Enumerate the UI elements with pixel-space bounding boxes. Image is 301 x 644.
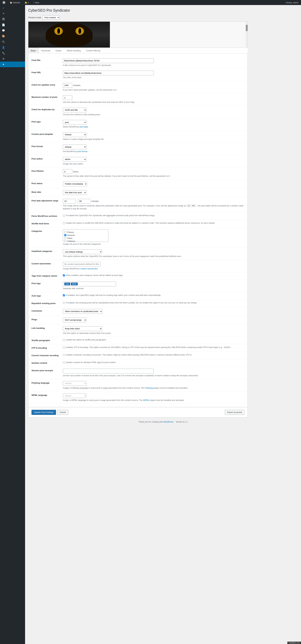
shuffle-paragraphs-checkbox-label: enable this option to shuffle post parag… <box>63 338 244 341</box>
sidebar-item-users[interactable]: 👤 <box>0 44 25 50</box>
cyberseo-icon: ● <box>2 63 5 66</box>
base-date-select[interactable]: Get date from post <box>63 190 86 195</box>
tab-expert[interactable]: Expert <box>53 48 64 53</box>
undefined-categories-select[interactable]: Use default settings <box>63 250 102 254</box>
utf8-encoding-checkbox[interactable] <box>63 346 65 348</box>
tab-content-filtering[interactable]: Content filtering <box>83 48 103 53</box>
tags-from-categories-checkbox[interactable] <box>63 274 65 276</box>
scrollbar-track[interactable] <box>246 22 248 48</box>
check-duplicates-select[interactable]: GUID and title <box>63 108 86 112</box>
sanitize-content-checkbox[interactable] <box>63 362 65 364</box>
custom-taxonomies-link[interactable]: custom taxonomies <box>80 268 98 270</box>
feed-url-input[interactable] <box>63 71 154 75</box>
tags-from-categories-checkbox-label: when enabled, post category names will b… <box>63 274 244 276</box>
post-type-link[interactable]: post type <box>80 126 88 128</box>
date-adjustment-from[interactable] <box>63 199 75 204</box>
post-author-select[interactable]: admin <box>63 157 86 162</box>
max-posts-input[interactable] <box>63 95 72 100</box>
sidebar-item-media[interactable]: 🖼 <box>0 16 25 22</box>
tabs: Basic Advanced Expert Media handling Con… <box>28 48 248 53</box>
cat-news-checkbox[interactable] <box>64 237 66 239</box>
settings-icon: ⚙ <box>2 57 5 60</box>
sidebar-item-comments[interactable]: 💬 <box>0 28 25 33</box>
parse-wp-archives-checkbox-label: if enabled the CyberSEO Pro Syndicator w… <box>63 214 244 216</box>
sidebar-item-appearance[interactable]: 🎨 <box>0 33 25 39</box>
feed-title-input[interactable] <box>63 58 154 63</box>
cat-eye-left <box>54 27 63 35</box>
shorten-excerpts-input[interactable] <box>63 369 154 374</box>
feed-title-label: Feed title <box>31 59 40 61</box>
post-format-link[interactable]: post format <box>77 150 87 152</box>
link-handling-select[interactable]: Keep links intact <box>63 326 102 331</box>
export-preset-button[interactable]: Export as preset <box>225 410 244 415</box>
convert-encoding-checkbox[interactable] <box>63 354 65 356</box>
post-type-select[interactable]: post <box>63 120 86 124</box>
sidebar-item-cyberseo[interactable]: ● <box>0 62 25 67</box>
max-posts-desc: Use low values to decrease the syndicati… <box>63 100 244 104</box>
adminbar-site[interactable]: 🏠 Website <box>9 0 21 5</box>
feed-url-label: Feed URL <box>31 71 41 74</box>
adminbar-user[interactable]: Howdy, admin <box>285 0 300 5</box>
comments-icon: 💬 <box>2 29 5 32</box>
cat-eye-right <box>75 27 84 35</box>
custom-taxonomies-input[interactable] <box>63 262 100 266</box>
sidebar-item-settings[interactable]: ⚙ <box>0 56 25 62</box>
custom-post-template-desc: Select a custom single post type templat… <box>63 138 244 141</box>
polylang-language-select[interactable]: Default <box>63 381 86 386</box>
comments-select[interactable]: Allow comments on syndicated posts <box>63 309 102 314</box>
max-posts-label: Maximum number of posts <box>31 96 57 98</box>
utf8-encoding-code: <0x92> <box>223 346 231 348</box>
footer-version: Version 6.1.1 <box>176 421 188 423</box>
scrollbar-thumb[interactable] <box>246 25 248 31</box>
custom-post-template-select[interactable]: Default <box>63 132 86 137</box>
wpml-link[interactable]: WPML <box>143 399 149 401</box>
cancel-button[interactable]: Cancel <box>57 410 68 415</box>
row-undefined-categories: Undefined categories Use default setting… <box>28 248 248 260</box>
sidebar-item-pages[interactable]: 📄 <box>0 22 25 28</box>
tab-basic[interactable]: Basic <box>28 48 38 53</box>
adminbar-updates[interactable]: 🔔 0 <box>24 0 30 5</box>
sidebar-item-plugins[interactable]: 🔌 <box>0 39 25 44</box>
pings-select[interactable]: Don't accept pings <box>63 318 86 322</box>
cat-general-checkbox[interactable] <box>64 234 66 236</box>
row-feed-title: Feed title A title of feed to be used in… <box>28 56 248 69</box>
sidebar-item-dashboard[interactable]: ⌂ <box>0 5 25 11</box>
post-status-select[interactable]: Publish immediately <box>63 182 87 186</box>
tags-from-categories-label: Tags from category names <box>31 275 57 277</box>
post-tags-input-wrap[interactable]: cats tiktok <box>63 282 116 286</box>
tools-icon: 🔧 <box>2 52 5 54</box>
update-feed-button[interactable]: Update Feed Settings <box>31 410 56 415</box>
post-lifetime-input[interactable] <box>63 169 72 174</box>
check-updates-label: Check for updates every <box>31 84 55 86</box>
tab-media-handling[interactable]: Media handling <box>64 48 83 53</box>
footer-wp-link[interactable]: WordPress <box>164 421 174 423</box>
cat-software-checkbox[interactable] <box>64 240 66 242</box>
wpml-language-select[interactable]: Default <box>63 393 86 398</box>
post-tags-label: Post tags <box>31 282 41 284</box>
adminbar-wp-logo[interactable] <box>1 0 6 5</box>
tab-advanced[interactable]: Advanced <box>38 48 53 53</box>
utf8-encoding-label: UTF-8 encoding <box>31 347 47 349</box>
parse-wp-archives-checkbox[interactable] <box>63 214 65 216</box>
custom-post-template-label: Custom post template <box>31 133 53 135</box>
custom-taxonomies-desc-prefix: Assign WordPress <box>63 268 80 270</box>
sidebar-item-posts[interactable]: ✎ <box>0 11 25 16</box>
republish-posts-checkbox[interactable] <box>63 302 65 304</box>
check-updates-input[interactable] <box>63 83 72 88</box>
sanitize-content-label: Sanitize content <box>31 362 47 364</box>
preview-mode-select[interactable]: Post content <box>42 16 60 20</box>
sidebar-item-tools[interactable]: 🔧 <box>0 50 25 56</box>
cat-fitness-checkbox[interactable] <box>64 231 66 233</box>
post-format-select[interactable]: Default <box>63 144 86 149</box>
post-tags-desc: Separate with commas. <box>63 287 244 290</box>
shuffle-feed-checkbox[interactable] <box>63 222 65 224</box>
post-lifetime-unit: hours. <box>73 170 79 173</box>
auto-tags-checkbox[interactable] <box>63 294 65 296</box>
polylang-link[interactable]: Polylang <box>145 387 153 389</box>
shuffle-paragraphs-checkbox[interactable] <box>63 339 65 341</box>
date-adjustment-to[interactable] <box>78 199 90 204</box>
check-updates-desc: If you don't need automatic updates, set… <box>63 88 244 92</box>
row-feed-url: Feed URL The URL of the feed. <box>28 69 248 81</box>
adminbar-new[interactable]: + New <box>32 0 40 5</box>
custom-taxonomies-label: Custom taxonomies <box>31 262 51 265</box>
